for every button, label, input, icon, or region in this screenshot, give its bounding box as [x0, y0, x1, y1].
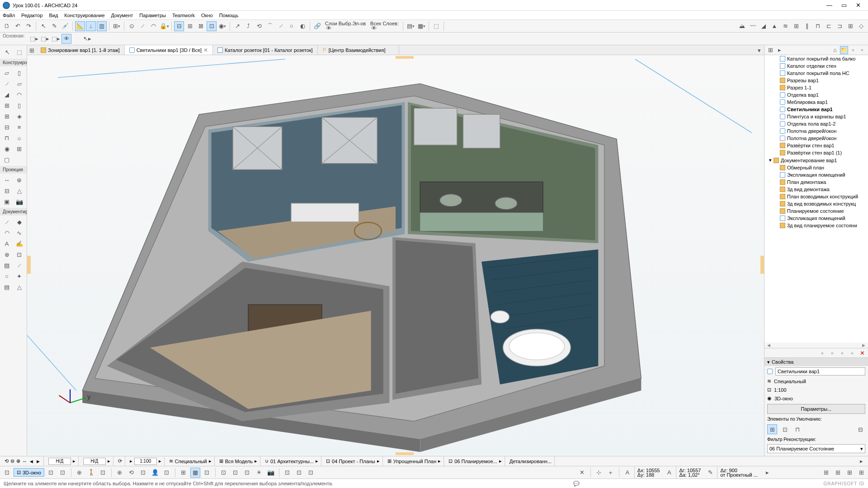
sb-grid1-icon[interactable]: ⊞ [821, 468, 831, 478]
nav-item[interactable]: Планируемое состояние [764, 207, 868, 215]
left-handle[interactable] [27, 256, 31, 274]
guide3-button[interactable]: ⊠ [196, 21, 206, 31]
sb-btn19[interactable]: ⊡ [306, 468, 316, 478]
nav-item[interactable]: ▾Документирование вар1 [764, 156, 868, 164]
nav-item[interactable]: Обмерный план [764, 164, 868, 171]
roof11-button[interactable]: ⊞ [845, 21, 855, 31]
sb-origin-icon[interactable]: ⊹ [594, 468, 604, 478]
sb-btn11[interactable]: ▦ [190, 468, 200, 478]
viewport-3d[interactable]: y [27, 55, 764, 456]
nav-item[interactable]: 3д вид возводимых конструкц [764, 200, 868, 207]
camera-tool[interactable]: 📷 [14, 197, 25, 206]
menu-options[interactable]: Параметры [139, 13, 166, 18]
sb-btn9[interactable]: ⊡ [162, 468, 172, 478]
hatch-tool[interactable]: ▨ [1, 260, 12, 270]
drawing-tool[interactable]: ▤ [1, 282, 12, 292]
figure-tool[interactable]: ⊡ [14, 249, 25, 259]
nav-item[interactable]: Каталог покрытий пола балко [764, 55, 868, 62]
nav-collapse-button[interactable]: ▸ [856, 456, 866, 466]
guide2-button[interactable]: ⊞ [185, 21, 195, 31]
tab-overflow-button[interactable]: ▾ [754, 45, 764, 55]
nav-tb2-button[interactable]: ▫ [828, 349, 836, 357]
railing-tool[interactable]: ⊓ [1, 133, 12, 143]
sb-btn18[interactable]: ⊡ [294, 468, 304, 478]
sb-btn8[interactable]: 👤 [150, 468, 160, 478]
nav-item[interactable]: Светильники вар1 [764, 106, 868, 113]
graphisoft-id-label[interactable]: GRAPHISOFT ID [823, 481, 864, 486]
object-tool[interactable]: ☼ [14, 133, 25, 143]
sb-text-icon2[interactable]: A [664, 468, 674, 478]
nav-item[interactable]: Экспликация помещений [764, 215, 868, 222]
nav-item[interactable]: Полотна дверей/окон [764, 135, 868, 142]
level-tool[interactable]: ⊕ [14, 175, 25, 185]
nav-item[interactable]: Развёртки стен вар1 [764, 142, 868, 149]
view-name-input[interactable] [775, 367, 865, 375]
menu-document[interactable]: Документ [111, 13, 133, 18]
nav-viewmap-button[interactable]: 📁 [840, 46, 848, 54]
sb-btn7[interactable]: ⊡ [138, 468, 148, 478]
wall-tool[interactable]: ▱ [1, 68, 12, 78]
top-handle[interactable] [396, 56, 414, 59]
window-tool[interactable]: ⊞ [1, 111, 12, 121]
sb-btn15[interactable]: ⊡ [242, 468, 252, 478]
props-header[interactable]: ▾Свойства [764, 358, 868, 366]
nav-item[interactable]: Каталог покрытий пола НС [764, 70, 868, 77]
trace7-button[interactable]: ◐ [297, 21, 307, 31]
nav-item[interactable]: План демонтажа [764, 178, 868, 186]
skylight-tool[interactable]: ◈ [14, 111, 25, 121]
menu-file[interactable]: Файл [3, 13, 15, 18]
nav-publisher-button[interactable]: ▫ [858, 46, 866, 54]
tab-list-button[interactable]: ⊞ [27, 45, 36, 55]
star-tool[interactable]: ✦ [14, 271, 25, 281]
snap-point-button[interactable]: ⊙ [127, 21, 137, 31]
arc-tool[interactable]: ◠ [1, 228, 12, 238]
tab-close-button[interactable]: ✕ [203, 47, 208, 53]
sel-mode1-button[interactable]: ⬚▸ [29, 34, 39, 44]
scale-input[interactable] [134, 458, 157, 465]
layer-eye2-icon[interactable]: 👁 [370, 26, 377, 31]
bottom-handle[interactable] [396, 452, 414, 455]
cursor-ext-button[interactable]: ↖▸ [82, 34, 92, 44]
trace5-button[interactable]: ⟋ [276, 21, 286, 31]
menu-help[interactable]: Помощь [219, 13, 239, 18]
sb-grid3-icon[interactable]: ⊞ [844, 468, 854, 478]
nav-scroll-right[interactable]: ► [861, 343, 866, 348]
grid-button[interactable]: ⊞▾ [112, 21, 122, 31]
sel-mode2-button[interactable]: ⬚▸ [40, 34, 50, 44]
nav-item[interactable]: Экспликация помещений [764, 171, 868, 178]
close-button[interactable]: ✕ [856, 2, 861, 9]
nav-tb3-button[interactable]: ▫ [838, 349, 846, 357]
nav-mode1-button[interactable]: ⊞ [766, 46, 774, 54]
trace6-button[interactable]: ○ [287, 21, 297, 31]
sel-mode4-button[interactable]: 👁 [61, 34, 71, 44]
extra1-button[interactable]: ▤▾ [406, 21, 415, 31]
column-tool[interactable]: ▯ [14, 68, 25, 78]
layer-eye1-icon[interactable]: 👁 [325, 26, 332, 31]
roof10-button[interactable]: ⊐ [835, 21, 844, 31]
nav-item[interactable]: Разрезы вар1 [764, 77, 868, 84]
roof-tool[interactable]: ◢ [1, 89, 12, 99]
filter-select[interactable]: 06 Планируемое Состояние▾ [767, 444, 865, 453]
guide1-button[interactable]: ⊟ [174, 21, 184, 31]
nd2-input[interactable] [83, 458, 106, 465]
guide4-button[interactable]: ⊡ [207, 21, 217, 31]
menu-view[interactable]: Вид [49, 13, 58, 18]
circle-tool[interactable]: ○ [1, 271, 12, 281]
link-button[interactable]: 🔗 [312, 21, 322, 31]
roof8-button[interactable]: ⊓ [813, 21, 823, 31]
maximize-button[interactable]: ▭ [841, 2, 847, 9]
nav-item[interactable]: Отделка пола вар1-2 [764, 120, 868, 127]
go-icon[interactable]: ⊞ [387, 458, 392, 464]
navigator-tree[interactable]: Каталог покрытий пола балкоКаталог отдел… [764, 55, 868, 343]
nav-item[interactable]: Меблировка вар1 [764, 99, 868, 106]
guide5-button[interactable]: ◉▾ [217, 21, 227, 31]
nav-item[interactable]: Каталог отделки стен [764, 62, 868, 70]
nav-item[interactable]: Плинтуса и карнизы вар1 [764, 113, 868, 120]
default3-button[interactable]: ⊓ [793, 424, 802, 434]
sb-btn1[interactable]: ⊡ [46, 468, 56, 478]
sb-text-icon[interactable]: A [623, 468, 632, 478]
zoom-prev-icon[interactable]: ◄ [29, 459, 34, 464]
roof1-button[interactable]: ⛰ [737, 21, 747, 31]
roof3-button[interactable]: ◢ [759, 21, 769, 31]
curtain-tool[interactable]: ⊟ [1, 122, 12, 132]
